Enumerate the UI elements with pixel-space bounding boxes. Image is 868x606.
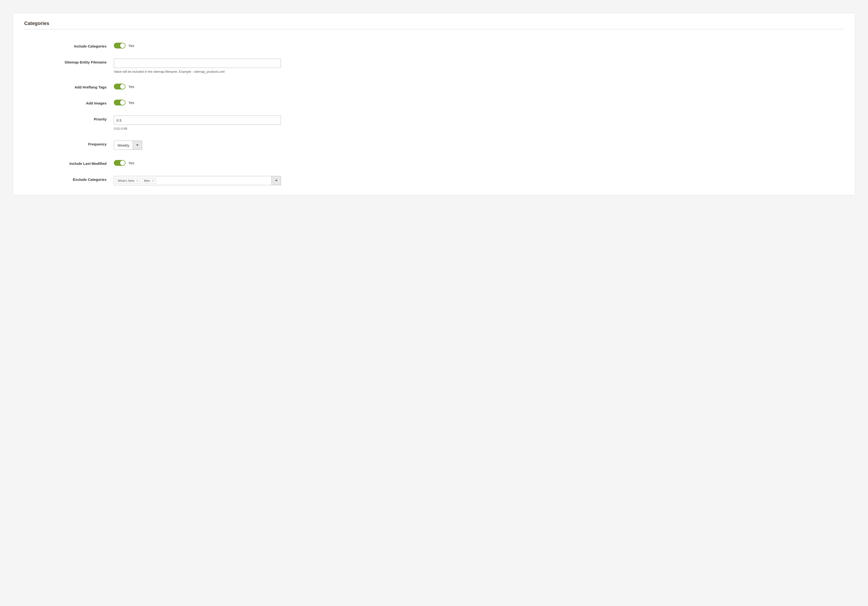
input-priority[interactable]	[114, 116, 281, 125]
multiselect-exclude-categories[interactable]: What's New × Men ×	[114, 176, 281, 185]
tag-label: What's New	[118, 179, 135, 183]
note-sitemap-filename: Value will be included in the sitemap fi…	[114, 70, 281, 73]
toggle-include-categories[interactable]	[114, 43, 126, 48]
field-include-categories: Include Categories Yes	[24, 43, 844, 48]
toggle-value-hreflang: Yes	[129, 85, 134, 89]
close-icon[interactable]: ×	[152, 179, 154, 183]
note-priority: 0.01-0.99	[114, 127, 281, 131]
multiselect-tags: What's New × Men ×	[114, 176, 271, 185]
select-frequency-value: Weekly	[114, 141, 133, 149]
label-hreflang: Add Hreflang Tags	[24, 84, 114, 89]
chevron-down-icon	[133, 141, 142, 149]
toggle-value-last-modified: Yes	[129, 161, 134, 165]
toggle-add-images[interactable]	[114, 99, 126, 106]
categories-panel: Categories Include Categories Yes Sitema…	[13, 13, 855, 195]
close-icon[interactable]: ×	[136, 179, 138, 183]
chevron-down-icon	[271, 176, 281, 185]
field-hreflang: Add Hreflang Tags Yes	[24, 84, 844, 89]
section-title: Categories	[24, 20, 844, 30]
toggle-value-include-categories: Yes	[129, 44, 134, 48]
field-sitemap-filename: Sitemap Entity Filename Value will be in…	[24, 59, 844, 73]
label-exclude-categories: Exclude Categories	[24, 176, 114, 182]
tag-item: Men ×	[142, 178, 156, 183]
field-exclude-categories: Exclude Categories What's New × Men ×	[24, 176, 844, 185]
field-add-images: Add Images Yes	[24, 99, 844, 106]
label-add-images: Add Images	[24, 99, 114, 105]
tag-item: What's New ×	[116, 178, 141, 183]
toggle-last-modified[interactable]	[114, 160, 126, 166]
field-last-modified: Include Last Modified Yes	[24, 160, 844, 166]
input-sitemap-filename[interactable]	[114, 59, 281, 68]
label-priority: Priority	[24, 116, 114, 121]
label-sitemap-filename: Sitemap Entity Filename	[24, 59, 114, 64]
label-include-categories: Include Categories	[24, 43, 114, 48]
toggle-hreflang[interactable]	[114, 84, 126, 89]
toggle-value-add-images: Yes	[129, 101, 134, 105]
label-frequency: Frequency	[24, 141, 114, 146]
label-last-modified: Include Last Modified	[24, 160, 114, 166]
field-frequency: Frequency Weekly	[24, 141, 844, 150]
field-priority: Priority 0.01-0.99	[24, 116, 844, 131]
select-frequency[interactable]: Weekly	[114, 141, 142, 150]
tag-label: Men	[144, 179, 150, 183]
